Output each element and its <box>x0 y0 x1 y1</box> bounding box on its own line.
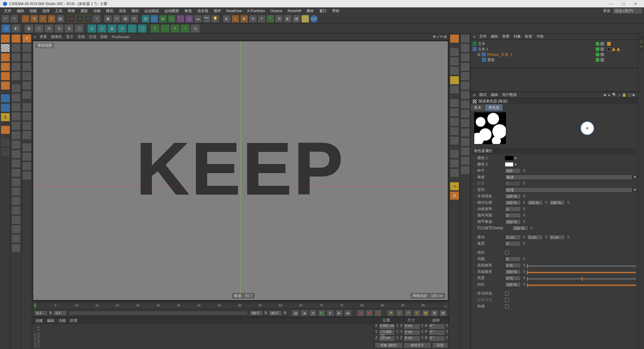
rt-6-icon[interactable] <box>461 81 470 90</box>
attr-nav-back-icon[interactable]: ◀ <box>603 93 606 97</box>
optimize-icon[interactable] <box>11 178 21 187</box>
plugin-3-icon[interactable]: ◉ <box>240 15 248 23</box>
gen-checker-icon[interactable] <box>1 44 10 52</box>
rot-field[interactable]: 0 ° <box>429 336 445 342</box>
color2-swatch[interactable] <box>505 162 514 167</box>
array-button[interactable]: ⋮⋮ <box>176 15 184 23</box>
attr-tab-basic[interactable]: 基本 <box>471 104 485 111</box>
light-button[interactable]: 💡 <box>211 15 219 23</box>
attr-lock-icon[interactable]: 🔒 <box>622 93 627 97</box>
menu-file[interactable]: 文件 <box>1 8 14 14</box>
vtab-filter[interactable]: 过滤 <box>89 34 96 39</box>
lasso-icon[interactable] <box>11 62 21 71</box>
attr-search-icon[interactable]: 🔍 <box>612 93 617 97</box>
rect-select-icon[interactable] <box>11 53 21 62</box>
size-field[interactable]: 0 cm <box>404 330 420 336</box>
window-minimize[interactable]: — <box>605 0 617 7</box>
deformer2-5[interactable]: ◌ <box>127 24 137 33</box>
model-mode-icon[interactable] <box>22 44 32 52</box>
goto-end-button[interactable]: ⏭ <box>344 310 352 316</box>
next-frame-button[interactable]: ▸ <box>327 310 334 316</box>
generator-button[interactable]: ◍ <box>159 15 167 23</box>
render-settings-button[interactable]: ⚙ <box>130 15 138 23</box>
redo-button[interactable]: ↷ <box>10 15 18 23</box>
side-tab-2[interactable]: ✎ <box>639 44 643 50</box>
mat-menu-create[interactable]: 创建 <box>36 318 43 323</box>
render-pv-button[interactable]: ▦ <box>121 15 129 23</box>
vtab-options[interactable]: 选项 <box>77 34 85 39</box>
move-y-field[interactable]: 0 cm <box>527 235 543 240</box>
move-x-field[interactable]: 0 cm <box>505 235 521 240</box>
compat-checkbox[interactable] <box>505 304 509 308</box>
om-menu-view[interactable]: 查看 <box>502 34 509 39</box>
poly-select-icon[interactable] <box>11 72 21 81</box>
timeline-end1-field[interactable]: 99 F <box>250 310 263 316</box>
deformer2-3[interactable]: ◉ <box>107 24 117 33</box>
menu-character[interactable]: 角色 <box>182 8 195 14</box>
rot-field[interactable]: 0 ° <box>429 330 445 336</box>
rt-13-icon[interactable] <box>461 147 470 156</box>
iron-icon[interactable] <box>450 159 459 168</box>
aspeed-field[interactable]: 0 <box>505 206 521 212</box>
attr-new-icon[interactable]: ◫ <box>628 93 631 97</box>
timeline-scrub[interactable] <box>68 311 248 315</box>
attribute-manager[interactable]: ✿ 着色器属性 ◦颜色 1▸ ◦颜色 2▸ ◦种子665⇅ ◦噪波噪波▾ ◦阶度… <box>471 111 638 349</box>
stitch-icon[interactable] <box>450 168 459 177</box>
spinner-icon[interactable]: ⇅ <box>421 330 424 336</box>
contrast-slider[interactable] <box>527 285 636 286</box>
menu-snap[interactable]: 捕捉 <box>78 8 91 14</box>
flatten-icon[interactable] <box>11 234 21 243</box>
menu-xparticles[interactable]: X-Particles <box>245 8 268 13</box>
hamburger-icon[interactable]: ≡ <box>34 35 36 39</box>
gscale-field[interactable]: 100 % <box>505 194 521 199</box>
move-axes-icon[interactable] <box>11 34 21 43</box>
key-param-button[interactable]: P <box>413 310 421 316</box>
spinner-icon[interactable]: ⇅ <box>283 311 286 315</box>
spinner-icon[interactable]: ⇅ <box>421 336 424 342</box>
environment-button[interactable]: ☁ <box>194 15 202 23</box>
plugin-1-icon[interactable]: ◐ <box>223 15 231 23</box>
loop-icon[interactable] <box>11 140 21 149</box>
knife-loop-icon[interactable] <box>450 66 459 75</box>
bevel2-icon[interactable] <box>450 99 459 107</box>
mat-menu-function[interactable]: 功能 <box>58 318 66 323</box>
texture-mode-icon[interactable] <box>22 103 32 111</box>
window-maximize[interactable]: ▢ <box>617 0 629 7</box>
om-menu-tags[interactable]: 标签 <box>525 34 532 39</box>
viewport-solo-button[interactable]: ◧ <box>11 24 21 33</box>
axis-mode-icon[interactable] <box>22 62 32 71</box>
om-item[interactable]: ⊟ Retopo_文本_1 <box>473 52 596 57</box>
om-item[interactable]: 文本.1 <box>473 46 596 52</box>
move-tool[interactable]: ✥ <box>30 15 38 23</box>
attr-tab-shader[interactable]: 着色器 <box>485 104 503 111</box>
point-mode-icon[interactable] <box>22 72 32 81</box>
rel-z-field[interactable]: 100 % <box>549 200 565 205</box>
plugin-5-icon[interactable]: ✦ <box>258 15 266 23</box>
rel-x-field[interactable]: 100 % <box>505 200 521 205</box>
gen-cube-icon[interactable] <box>1 34 10 43</box>
attr-menu-edit[interactable]: 编辑 <box>491 92 498 97</box>
menu-realflow[interactable]: RealFlow <box>224 8 245 13</box>
menu-render[interactable]: 渲染 <box>116 8 129 14</box>
key-rot-button[interactable]: ⟳ <box>405 310 412 316</box>
camera-button[interactable]: 📷 <box>203 15 211 23</box>
uv-poly-mode-icon[interactable] <box>22 121 32 130</box>
spline-circle-icon[interactable] <box>1 103 10 112</box>
noise-preview[interactable] <box>474 112 506 144</box>
menu-sculpt[interactable]: 雕刻 <box>129 8 142 14</box>
plugin-7-icon[interactable]: ⊞ <box>275 15 283 23</box>
size-field[interactable]: 0 cm <box>404 323 420 330</box>
fill-icon[interactable] <box>11 159 21 168</box>
rt-5-icon[interactable] <box>461 72 470 81</box>
rel-y-field[interactable]: 100 % <box>527 200 543 205</box>
coord-mode-pos[interactable]: 对象 (相对) <box>375 342 403 348</box>
knife-plane-icon[interactable] <box>450 57 459 66</box>
edge-cut-icon[interactable] <box>450 85 459 94</box>
autokey-button[interactable]: ◉ <box>366 310 373 316</box>
highclip-field[interactable]: 100 % <box>505 269 521 275</box>
play-button[interactable]: ▶ <box>318 310 325 316</box>
rot-field[interactable]: 0 ° <box>429 323 445 330</box>
inset-icon[interactable] <box>450 117 459 126</box>
attr-menu-userdata[interactable]: 用户数据 <box>502 92 517 97</box>
extrude-icon[interactable] <box>11 93 21 102</box>
